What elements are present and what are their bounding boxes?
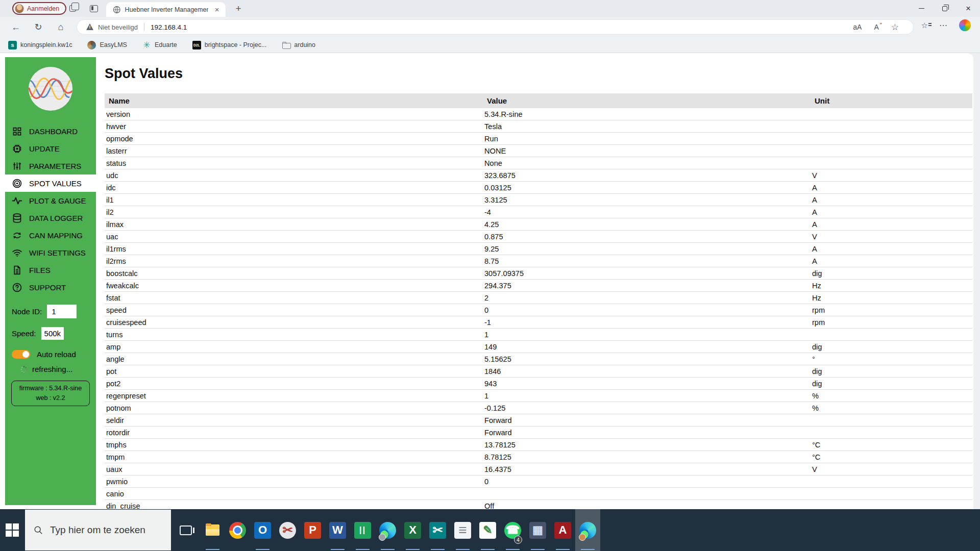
inverter-logo-icon	[28, 66, 73, 111]
spot-name: pot	[106, 367, 116, 375]
spot-name: fstat	[106, 294, 120, 302]
spot-unit: A	[811, 245, 972, 253]
bookmark-folder[interactable]: arduino	[282, 41, 315, 49]
node-id-input[interactable]	[47, 305, 77, 318]
settings-more-icon[interactable]: ⋯	[939, 20, 948, 30]
sidebar-item-spot-values[interactable]: SPOT VALUES	[5, 174, 96, 192]
back-icon[interactable]: ←	[9, 21, 22, 34]
divider	[144, 23, 144, 31]
spot-unit: °	[811, 355, 972, 363]
running-app-indicator	[581, 549, 595, 550]
profile-signin-button[interactable]: Aanmelden	[12, 2, 66, 15]
notepad-glyph: ≡	[458, 522, 467, 538]
spot-name: il2rms	[106, 257, 126, 265]
spot-value: 0.875	[483, 233, 811, 241]
sidebar-item-plot-gauge[interactable]: PLOT & GAUGE	[5, 192, 96, 209]
spot-unit: V	[811, 171, 972, 180]
taskbar-icon-excel[interactable]: X	[400, 509, 425, 551]
bookmark-eduarte[interactable]: ✳ Eduarte	[142, 41, 177, 49]
spot-name: uaux	[106, 465, 122, 473]
excel-glyph: X	[409, 523, 416, 537]
sidebar-item-label: DASHBOARD	[29, 127, 78, 136]
refresh-icon[interactable]: ↻	[32, 21, 45, 34]
bookmark-label: brightspace - Projec...	[205, 41, 267, 48]
read-aloud-icon[interactable]: A	[874, 23, 878, 31]
sidebar-item-update[interactable]: UPDATE	[5, 140, 96, 157]
taskbar-icon-snipping-tool[interactable]: ✂	[425, 509, 450, 551]
table-row: fstat 2 Hz	[105, 292, 972, 304]
address-bar[interactable]: Niet beveiligd 192.168.4.1 aA A ☆	[77, 19, 914, 35]
bookmark-d2l[interactable]: D2L brightspace - Projec...	[192, 41, 267, 49]
taskbar-icon-notepad[interactable]: ≡	[450, 509, 475, 551]
spot-value: 9.25	[483, 245, 811, 253]
taskbar-icon-edge-profile[interactable]	[375, 509, 400, 551]
taskbar-search[interactable]: Typ hier om te zoeken	[25, 510, 171, 550]
taskbar-icon-calculator[interactable]: ▦	[525, 509, 550, 551]
spot-unit: V	[811, 465, 972, 473]
taskbar-icon-powerpoint[interactable]: P	[300, 509, 325, 551]
taskbar-icon-snip-sketch[interactable]: ✂	[275, 509, 300, 551]
minimize-button[interactable]	[910, 0, 933, 17]
spot-unit: %	[811, 404, 972, 412]
sliders-icon	[12, 161, 22, 171]
table-row: tmphs 13.78125 °C	[105, 439, 972, 451]
bookmark-favicon-icon: D2L	[192, 41, 201, 49]
speed-select[interactable]: 500k	[41, 327, 64, 340]
new-tab-button[interactable]: +	[232, 3, 244, 15]
bookmark-label: koningsplein.kw1c	[20, 41, 72, 48]
sidebar-item-wifi-settings[interactable]: WIFI SETTINGS	[5, 244, 96, 261]
sidebar-item-label: DATA LOGGER	[29, 214, 83, 222]
task-view-button[interactable]	[174, 509, 198, 551]
taskbar-icon-edge-active[interactable]	[575, 509, 600, 551]
sidebar-item-label: SUPPORT	[29, 283, 66, 292]
bookmark-sharepoint[interactable]: s koningsplein.kw1c	[8, 41, 72, 49]
refreshing-label: refreshing...	[32, 365, 72, 373]
start-button[interactable]	[0, 509, 24, 551]
profile-avatar-overlay	[579, 534, 586, 541]
spot-unit: dig	[811, 343, 972, 351]
speed-label: Speed:	[12, 329, 36, 338]
taskbar-icon-journal[interactable]: ✎	[475, 509, 500, 551]
bookmark-easylms[interactable]: EasyLMS	[87, 41, 127, 49]
spot-value: 8.78125	[483, 453, 811, 461]
sidebar-item-label: PLOT & GAUGE	[29, 196, 86, 205]
sidebar-item-dashboard[interactable]: DASHBOARD	[5, 122, 96, 140]
sidebar-item-data-logger[interactable]: DATA LOGGER	[5, 209, 96, 227]
spot-value: Run	[483, 135, 811, 143]
sidebar-item-parameters[interactable]: PARAMETERS	[5, 157, 96, 174]
spot-name: rotordir	[106, 429, 130, 437]
sidebar-item-files[interactable]: FILES	[5, 261, 96, 279]
copilot-icon[interactable]	[959, 19, 971, 31]
home-icon[interactable]: ⌂	[54, 21, 67, 34]
sidebar-item-support[interactable]: SUPPORT	[5, 279, 96, 296]
windows-logo-icon	[6, 523, 19, 537]
running-app-indicator	[331, 549, 345, 550]
sidebar-item-can-mapping[interactable]: CAN MAPPING	[5, 227, 96, 244]
favorite-star-icon[interactable]: ☆	[891, 22, 899, 33]
taskbar-icon-acrobat[interactable]: A	[550, 509, 575, 551]
collections-icon[interactable]	[68, 3, 80, 14]
table-row: turns 1	[105, 329, 972, 341]
taskbar-icon-whatsapp[interactable]: ☎ 4	[500, 509, 525, 551]
restore-button[interactable]	[933, 0, 957, 17]
firmware-info-box: firmware : 5.34.R-sine web : v2.2	[11, 381, 90, 406]
favorites-hub-icon[interactable]: ☆	[921, 21, 928, 30]
tab-close-icon[interactable]: ×	[212, 5, 222, 14]
spot-value: 294.375	[483, 282, 811, 290]
taskbar-icon-outlook[interactable]: O	[250, 509, 275, 551]
browser-tab[interactable]: Huebner Inverter Management Co ×	[106, 2, 226, 17]
split-screen-icon[interactable]	[90, 3, 101, 14]
table-row: pwmio 0	[105, 475, 972, 488]
taskbar-icon-green-bars-app[interactable]: ||	[350, 509, 375, 551]
spot-value: 0.03125	[483, 184, 811, 192]
folder-art	[206, 529, 219, 536]
taskbar-icon-word[interactable]: W	[325, 509, 350, 551]
auto-reload-toggle[interactable]	[12, 350, 30, 359]
bookmark-favicon-icon: ✳	[142, 41, 151, 49]
translate-icon[interactable]: aA	[853, 23, 862, 31]
table-row: uac 0.875 V	[105, 231, 972, 243]
taskbar-icon-file-explorer[interactable]	[200, 509, 225, 551]
table-row: angle 5.15625 °	[105, 353, 972, 365]
close-button[interactable]: ×	[957, 0, 980, 17]
taskbar-icon-chrome[interactable]	[225, 509, 250, 551]
